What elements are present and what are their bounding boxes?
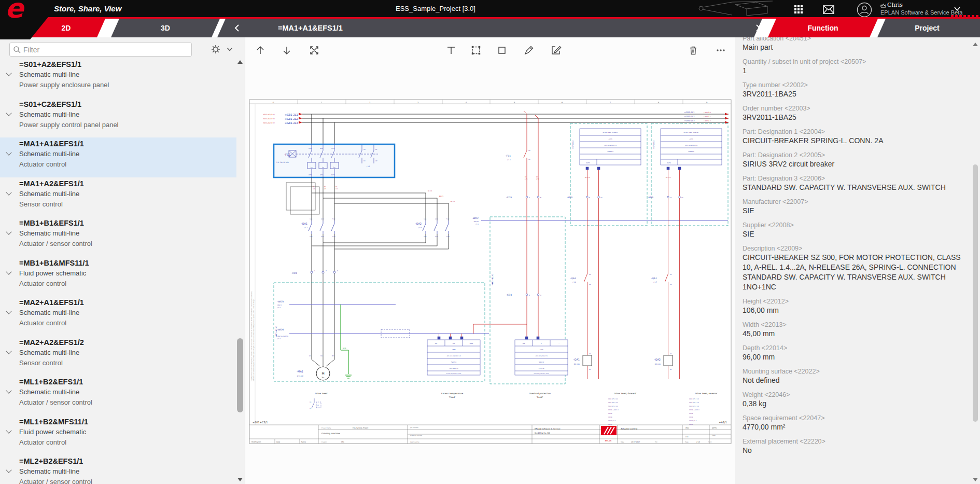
- chevron-down-icon[interactable]: [6, 308, 11, 314]
- sidebar-item-ma1-a2-efs1-1[interactable]: =MA1+A2&EFS1/1Schematic multi-lineSensor…: [0, 177, 236, 217]
- schematic-label: -QA1: [301, 222, 307, 225]
- sidebar-item-mb1-b1-efs1-1[interactable]: =MB1+B1&EFS1/1Schematic multi-lineActuat…: [0, 217, 236, 257]
- page-id: =S01+C2&EFS1/1: [19, 100, 233, 109]
- schematic-label: Approved by: [410, 441, 419, 443]
- schematic-label: 'Feed': [537, 396, 543, 398]
- schematic-label: 12: [310, 408, 312, 409]
- chevron-down-icon[interactable]: [6, 348, 11, 354]
- schematic-label: / 1.7: [653, 281, 657, 283]
- sidebar-item-ma2-a1-efs1-1[interactable]: =MA2+A1&EFS1/1Schematic multi-lineActuat…: [0, 296, 236, 336]
- schematic-label: 9: [706, 101, 708, 104]
- chevron-down-icon[interactable]: [6, 269, 11, 274]
- property-value: 0,38 kg: [743, 399, 971, 409]
- schematic-label: CRL: [341, 441, 344, 443]
- schematic-label: 23 24: [608, 413, 612, 414]
- sidebar-item-ma1-a1-efs1-1[interactable]: =MA1+A1&EFS1/1Schematic multi-lineActuat…: [0, 137, 236, 177]
- schematic-label: / 1.2: [277, 307, 281, 309]
- delete-button[interactable]: [687, 44, 699, 57]
- schematic-label: +B1-MA1/.12: [449, 368, 458, 369]
- schematic-label: Page: [712, 434, 716, 436]
- user-menu-chevron-icon[interactable]: [953, 5, 961, 12]
- sidebar-scroll-up[interactable]: [237, 60, 243, 64]
- schematic-label: 3/L2: [435, 218, 438, 220]
- schematic-label: Drive 'Feed, forward': [603, 131, 618, 133]
- schematic-label: 33 34: [608, 417, 612, 418]
- schematic-label: BK 2,5: [439, 196, 444, 197]
- chevron-down-icon[interactable]: [6, 110, 11, 116]
- sidebar-scroll-down[interactable]: [237, 478, 243, 481]
- shape-tool-button[interactable]: [496, 44, 508, 57]
- navigate-down-button[interactable]: [281, 44, 293, 57]
- schematic-label: 11 12 / 1.7: [689, 420, 696, 422]
- settings-gear-icon[interactable]: [209, 43, 222, 56]
- tab-function[interactable]: Function: [772, 19, 874, 37]
- schematic-label: I>: [322, 167, 324, 169]
- more-options-button[interactable]: [715, 44, 727, 57]
- property-label: Supplier <22008>: [743, 221, 971, 229]
- schematic-label: / 1.2: [277, 338, 281, 340]
- app-grid-icon[interactable]: [792, 4, 805, 15]
- tab-document[interactable]: =MA1+A1&EFS1/1: [221, 19, 758, 37]
- chevron-down-icon[interactable]: [6, 388, 11, 393]
- chevron-down-icon[interactable]: [6, 427, 11, 433]
- page-forward-icon[interactable]: [753, 24, 762, 32]
- panel-scrollbar-thumb[interactable]: [973, 164, 978, 422]
- schematic-label: Overload protection 'Feed': [534, 373, 549, 375]
- filter-input[interactable]: [23, 44, 189, 56]
- sidebar-item-ml2-b2-efs1-1[interactable]: =ML2+B2&EFS1/1Schematic multi-lineActuat…: [0, 455, 236, 484]
- schematic-label: 1/L1 2/T1 / 1.2: [689, 398, 699, 400]
- schematic-label: -: [558, 342, 559, 344]
- page-id: =MA2+A2&EFS1/2: [19, 338, 233, 348]
- schematic-label: +A1: [685, 436, 689, 438]
- mail-icon[interactable]: [822, 4, 835, 15]
- sidebar-item-mb1-b1-mfs11-1[interactable]: =MB1+B1&MFS11/1Fluid power schematicActu…: [0, 257, 236, 297]
- page-type: Schematic multi-line: [19, 348, 233, 358]
- schematic-label: 5: [514, 101, 515, 104]
- fit-to-screen-button[interactable]: [308, 44, 320, 57]
- chevron-down-icon[interactable]: [6, 467, 11, 473]
- schematic-label: 6/T3: [331, 174, 334, 176]
- schematic-sheet[interactable]: 0123456789=S01+C2/1+A2/1Copying of this …: [245, 39, 735, 484]
- property-value: 4770,00 mm²: [743, 422, 971, 432]
- chevron-down-icon[interactable]: [6, 229, 11, 234]
- schematic-label: Excess temperature: [441, 392, 463, 395]
- property-label: Height <22012>: [743, 297, 971, 306]
- schematic-label: 1,4...2A, N: 26A: [276, 161, 289, 163]
- page-description: Power supply control panel panel: [19, 120, 233, 130]
- sidebar-options-chevron-icon[interactable]: [226, 46, 233, 53]
- sidebar-item-ml1-b2-mfs11-1[interactable]: =ML1+B2&MFS11/1Fluid power schematicActu…: [0, 416, 236, 455]
- avatar[interactable]: [857, 2, 872, 18]
- draw-tool-button[interactable]: [523, 44, 535, 57]
- chevron-down-icon[interactable]: [6, 149, 11, 155]
- text-tool-button[interactable]: [445, 44, 457, 57]
- sidebar-item-ml1-b2-efs1-1[interactable]: =ML1+B2&EFS1/1Schematic multi-lineActuat…: [0, 376, 236, 416]
- schematic-label: 2,5: [324, 188, 326, 190]
- schematic-label: 6/T3: [332, 236, 335, 238]
- sidebar-item-s01-a2-efs1-1[interactable]: =S01+A2&EFS1/1Schematic multi-linePower …: [0, 58, 236, 98]
- property-value: 106,00 mm: [743, 306, 971, 315]
- page-id: =S01+A2&EFS1/1: [19, 60, 233, 70]
- schematic-label: 22: [589, 283, 591, 285]
- tab-project[interactable]: Project: [881, 19, 973, 37]
- chevron-down-icon[interactable]: [6, 189, 11, 195]
- schematic-label: -FC1: [284, 153, 291, 156]
- user-name-row[interactable]: Chris: [880, 2, 903, 9]
- sidebar-item-s01-c2-efs1-1[interactable]: =S01+C2&EFS1/1Schematic multi-linePower …: [0, 98, 236, 138]
- sidebar-scrollbar-thumb[interactable]: [237, 338, 243, 412]
- schematic-label: 7: [610, 101, 611, 104]
- marquee-tool-button[interactable]: [470, 44, 482, 57]
- panel-scroll-down[interactable]: [973, 478, 978, 481]
- page-id: =ML1+B2&EFS1/1: [19, 377, 233, 387]
- schematic-label: -WD4: [277, 328, 284, 331]
- property-field: Width <22013>45,00 mm: [743, 321, 971, 339]
- schematic-label: A2: [670, 369, 672, 370]
- edit-tool-button[interactable]: [550, 44, 562, 57]
- panel-scroll-up[interactable]: [973, 43, 978, 46]
- schematic-label: 3~: [321, 376, 325, 379]
- tab-3d[interactable]: 3D: [115, 19, 216, 37]
- schematic-label: -KF1+A2&CFA1/ 1.6: [685, 145, 697, 146]
- sidebar-item-ma2-a2-efs1-2[interactable]: =MA2+A2&EFS1/2Schematic multi-lineSensor…: [0, 336, 236, 376]
- chevron-down-icon[interactable]: [6, 70, 11, 76]
- page-back-icon[interactable]: [233, 24, 242, 32]
- navigate-up-button[interactable]: [254, 44, 267, 57]
